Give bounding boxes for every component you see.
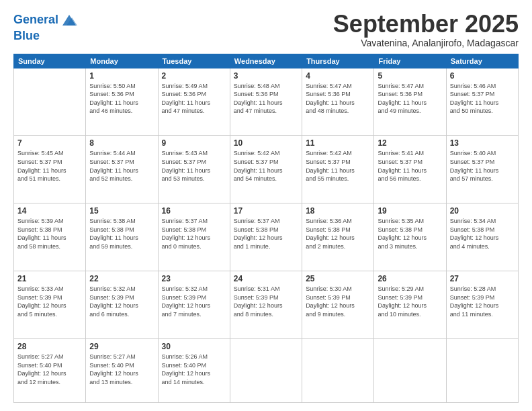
day-number: 11 (306, 138, 370, 148)
day-number: 6 (450, 71, 515, 81)
day-info: Sunrise: 5:49 AM Sunset: 5:36 PM Dayligh… (162, 82, 226, 116)
day-info: Sunrise: 5:38 AM Sunset: 5:38 PM Dayligh… (89, 217, 154, 250)
calendar-cell: 22Sunrise: 5:32 AM Sunset: 5:39 PM Dayli… (86, 271, 158, 339)
calendar-day-header: Thursday (302, 54, 374, 68)
calendar-cell: 18Sunrise: 5:36 AM Sunset: 5:38 PM Dayli… (302, 203, 374, 271)
day-number: 20 (450, 206, 515, 216)
calendar-cell: 9Sunrise: 5:43 AM Sunset: 5:37 PM Daylig… (158, 136, 230, 203)
calendar-day-header: Sunday (14, 54, 86, 68)
calendar-day-header: Tuesday (158, 54, 230, 68)
day-info: Sunrise: 5:37 AM Sunset: 5:38 PM Dayligh… (162, 217, 226, 250)
calendar-cell (230, 338, 302, 402)
calendar-week-row: 21Sunrise: 5:33 AM Sunset: 5:39 PM Dayli… (14, 271, 519, 339)
calendar-header-row: SundayMondayTuesdayWednesdayThursdayFrid… (14, 54, 519, 68)
day-number: 2 (162, 71, 226, 81)
calendar-cell: 19Sunrise: 5:35 AM Sunset: 5:38 PM Dayli… (374, 203, 446, 271)
day-info: Sunrise: 5:47 AM Sunset: 5:36 PM Dayligh… (306, 82, 370, 116)
day-info: Sunrise: 5:33 AM Sunset: 5:39 PM Dayligh… (17, 285, 82, 318)
title-block: September 2025 Vavatenina, Analanjirofo,… (333, 11, 519, 48)
calendar-cell: 6Sunrise: 5:46 AM Sunset: 5:37 PM Daylig… (446, 68, 518, 136)
calendar-cell (302, 338, 374, 402)
day-info: Sunrise: 5:48 AM Sunset: 5:36 PM Dayligh… (234, 82, 298, 116)
day-number: 15 (89, 206, 154, 216)
day-number: 16 (162, 206, 226, 216)
calendar-cell (446, 338, 518, 402)
calendar-cell: 23Sunrise: 5:32 AM Sunset: 5:39 PM Dayli… (158, 271, 230, 339)
day-info: Sunrise: 5:36 AM Sunset: 5:38 PM Dayligh… (306, 217, 370, 250)
logo-icon (60, 11, 79, 30)
day-info: Sunrise: 5:31 AM Sunset: 5:39 PM Dayligh… (234, 285, 298, 318)
calendar-cell: 20Sunrise: 5:34 AM Sunset: 5:38 PM Dayli… (446, 203, 518, 271)
calendar-day-header: Wednesday (230, 54, 302, 68)
day-number: 28 (17, 342, 82, 351)
calendar-cell: 13Sunrise: 5:40 AM Sunset: 5:37 PM Dayli… (446, 136, 518, 203)
calendar-week-row: 14Sunrise: 5:39 AM Sunset: 5:38 PM Dayli… (14, 203, 519, 271)
calendar-cell: 24Sunrise: 5:31 AM Sunset: 5:39 PM Dayli… (230, 271, 302, 339)
day-info: Sunrise: 5:46 AM Sunset: 5:37 PM Dayligh… (450, 82, 515, 116)
day-number: 17 (234, 206, 298, 216)
logo-text-general: General (13, 13, 58, 27)
calendar-cell: 16Sunrise: 5:37 AM Sunset: 5:38 PM Dayli… (158, 203, 230, 271)
day-info: Sunrise: 5:28 AM Sunset: 5:39 PM Dayligh… (450, 285, 515, 318)
calendar-cell (374, 338, 446, 402)
day-number: 19 (378, 206, 442, 216)
calendar-cell: 12Sunrise: 5:41 AM Sunset: 5:37 PM Dayli… (374, 136, 446, 203)
day-info: Sunrise: 5:42 AM Sunset: 5:37 PM Dayligh… (306, 149, 370, 183)
calendar-cell (14, 68, 86, 136)
day-number: 7 (17, 138, 82, 148)
calendar-cell: 25Sunrise: 5:30 AM Sunset: 5:39 PM Dayli… (302, 271, 374, 339)
day-number: 30 (162, 342, 226, 351)
calendar-week-row: 1Sunrise: 5:50 AM Sunset: 5:36 PM Daylig… (14, 68, 519, 136)
day-number: 25 (306, 274, 370, 283)
calendar-cell: 1Sunrise: 5:50 AM Sunset: 5:36 PM Daylig… (86, 68, 158, 136)
day-number: 22 (89, 274, 154, 283)
day-info: Sunrise: 5:42 AM Sunset: 5:37 PM Dayligh… (234, 149, 298, 183)
day-number: 23 (162, 274, 226, 283)
day-info: Sunrise: 5:45 AM Sunset: 5:37 PM Dayligh… (17, 149, 82, 183)
logo-text-blue: Blue (13, 30, 40, 43)
calendar-cell: 27Sunrise: 5:28 AM Sunset: 5:39 PM Dayli… (446, 271, 518, 339)
calendar-day-header: Monday (86, 54, 158, 68)
day-info: Sunrise: 5:34 AM Sunset: 5:38 PM Dayligh… (450, 217, 515, 250)
calendar-week-row: 28Sunrise: 5:27 AM Sunset: 5:40 PM Dayli… (14, 338, 519, 402)
day-info: Sunrise: 5:47 AM Sunset: 5:36 PM Dayligh… (378, 82, 442, 116)
day-info: Sunrise: 5:26 AM Sunset: 5:40 PM Dayligh… (162, 353, 226, 386)
day-number: 24 (234, 274, 298, 283)
day-number: 9 (162, 138, 226, 148)
day-info: Sunrise: 5:30 AM Sunset: 5:39 PM Dayligh… (306, 285, 370, 318)
calendar-cell: 28Sunrise: 5:27 AM Sunset: 5:40 PM Dayli… (14, 338, 86, 402)
day-number: 8 (89, 138, 154, 148)
calendar-cell: 7Sunrise: 5:45 AM Sunset: 5:37 PM Daylig… (14, 136, 86, 203)
calendar-cell: 17Sunrise: 5:37 AM Sunset: 5:38 PM Dayli… (230, 203, 302, 271)
day-number: 14 (17, 206, 82, 216)
day-number: 1 (89, 71, 154, 81)
day-number: 12 (378, 138, 442, 148)
calendar-day-header: Saturday (446, 54, 518, 68)
day-number: 29 (89, 342, 154, 351)
calendar-cell: 26Sunrise: 5:29 AM Sunset: 5:39 PM Dayli… (374, 271, 446, 339)
day-number: 3 (234, 71, 298, 81)
page: General Blue September 2025 Vavatenina, … (0, 0, 532, 411)
day-info: Sunrise: 5:50 AM Sunset: 5:36 PM Dayligh… (89, 82, 154, 116)
calendar-table: SundayMondayTuesdayWednesdayThursdayFrid… (13, 54, 519, 403)
day-info: Sunrise: 5:27 AM Sunset: 5:40 PM Dayligh… (89, 353, 154, 386)
day-info: Sunrise: 5:43 AM Sunset: 5:37 PM Dayligh… (162, 149, 226, 183)
day-info: Sunrise: 5:41 AM Sunset: 5:37 PM Dayligh… (378, 149, 442, 183)
day-info: Sunrise: 5:37 AM Sunset: 5:38 PM Dayligh… (234, 217, 298, 250)
day-info: Sunrise: 5:40 AM Sunset: 5:37 PM Dayligh… (450, 149, 515, 183)
logo: General Blue (13, 11, 79, 43)
day-info: Sunrise: 5:29 AM Sunset: 5:39 PM Dayligh… (378, 285, 442, 318)
header: General Blue September 2025 Vavatenina, … (13, 11, 519, 48)
calendar-cell: 15Sunrise: 5:38 AM Sunset: 5:38 PM Dayli… (86, 203, 158, 271)
month-title: September 2025 (333, 11, 519, 38)
calendar-cell: 30Sunrise: 5:26 AM Sunset: 5:40 PM Dayli… (158, 338, 230, 402)
day-number: 18 (306, 206, 370, 216)
calendar-cell: 29Sunrise: 5:27 AM Sunset: 5:40 PM Dayli… (86, 338, 158, 402)
day-info: Sunrise: 5:27 AM Sunset: 5:40 PM Dayligh… (17, 353, 82, 386)
day-info: Sunrise: 5:39 AM Sunset: 5:38 PM Dayligh… (17, 217, 82, 250)
day-number: 21 (17, 274, 82, 283)
calendar-week-row: 7Sunrise: 5:45 AM Sunset: 5:37 PM Daylig… (14, 136, 519, 203)
day-number: 13 (450, 138, 515, 148)
day-number: 5 (378, 71, 442, 81)
day-number: 26 (378, 274, 442, 283)
